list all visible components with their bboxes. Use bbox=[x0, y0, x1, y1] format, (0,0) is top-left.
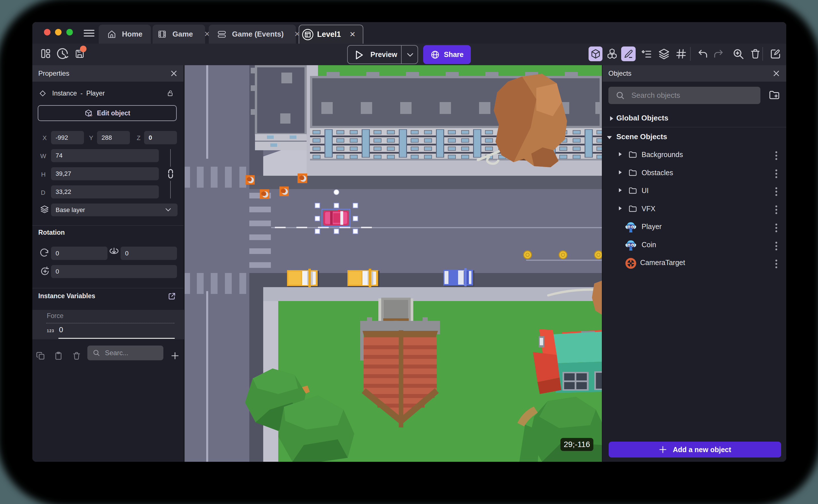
svg-text:29;-116: 29;-116 bbox=[564, 440, 590, 449]
svg-text:3D: 3D bbox=[89, 114, 92, 117]
